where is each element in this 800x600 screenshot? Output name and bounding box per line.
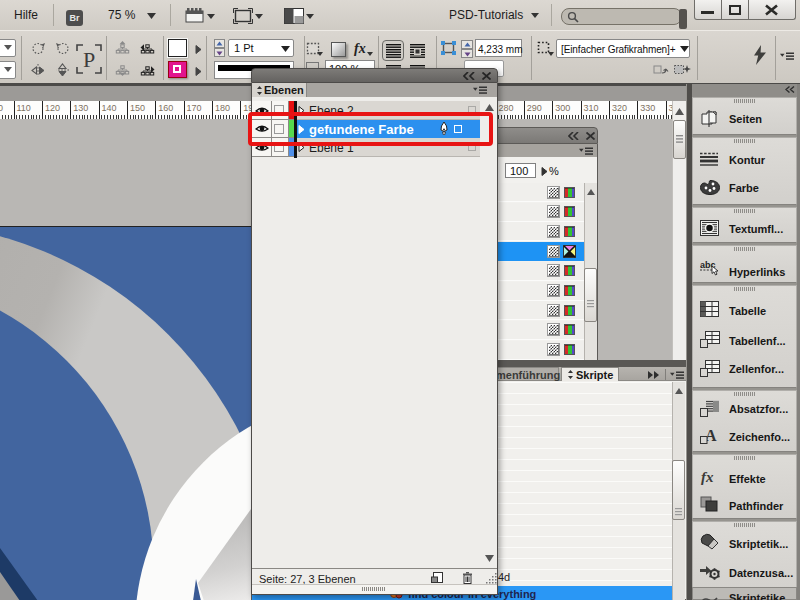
svg-text:180: 180 (215, 103, 230, 113)
svg-text:fx: fx (701, 469, 714, 485)
svg-text:140: 140 (102, 103, 117, 113)
svg-text:310: 310 (584, 103, 599, 113)
svg-text:280: 280 (499, 103, 514, 113)
svg-text:160: 160 (158, 103, 173, 113)
svg-text:110: 110 (17, 103, 31, 113)
svg-text:330: 330 (640, 103, 655, 113)
svg-text:300: 300 (555, 103, 570, 113)
svg-text:170: 170 (187, 103, 202, 113)
svg-text:150: 150 (130, 103, 145, 113)
svg-text:100: 100 (0, 103, 3, 113)
svg-text:290: 290 (527, 103, 542, 113)
svg-text:130: 130 (73, 103, 88, 113)
svg-text:320: 320 (612, 103, 627, 113)
svg-text:120: 120 (45, 103, 60, 113)
svg-text:P: P (83, 47, 95, 72)
